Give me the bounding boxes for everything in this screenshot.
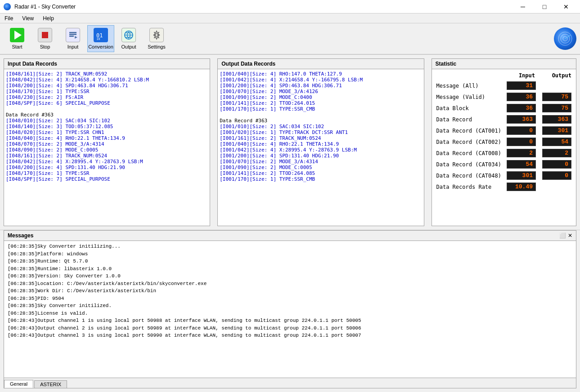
input-data-line [6,106,208,112]
output-data-line [220,112,422,118]
output-label: Output [121,44,136,49]
input-data-line: [I048/161][Size: 2] TRACK_NUM:0592 [6,71,208,77]
output-icon [121,28,136,42]
top-panels: Input Data Records [I048/161][Size: 2] T… [0,55,580,230]
stat-col-input: Input [504,71,540,80]
messages-panel: Messages ⬜ ✕ [06:28:35]Sky Converter ini… [4,230,576,388]
toolbar-input-button[interactable]: Input [59,25,86,52]
settings-icon [149,28,164,42]
output-data-line: [I001/020][Size: 1] TYPE:TRACK DCT:SSR A… [220,129,422,135]
input-label: Input [67,44,78,49]
svg-text:10: 10 [96,37,100,40]
toolbar-conversion-button[interactable]: 0110 Conversion [87,25,114,52]
messages-area: Messages ⬜ ✕ [06:28:35]Sky Converter ini… [0,230,580,392]
tab-general[interactable]: General [4,380,33,388]
input-data-line: [I048/020][Size: 1] TYPE:SSR CHN1 [6,129,208,135]
toolbar-start-button[interactable]: Start [4,25,31,52]
message-line: [06:28:35]Runtime: Qt 5.7.0 [8,258,572,265]
stat-label: Data Record (CAT034) [434,159,504,170]
stat-input-val: 36 [504,102,540,114]
message-line: [06:28:35]Runtime: libasterix 1.0.0 [8,265,572,273]
stat-output-val: 75 [540,91,574,102]
stat-led-output: 75 [542,93,571,101]
stat-led-output: 75 [542,104,571,112]
output-data-records-panel: Output Data Records [I001/040][Size: 4] … [217,58,424,226]
menu-help[interactable]: Help [38,13,58,23]
messages-close-button[interactable]: ✕ [568,232,572,239]
input-data-line: [I048/200][Size: 4] SPD:463.84 HDG:306.7… [6,83,208,89]
stat-output-val: 301 [540,125,574,136]
output-data-line: [I001/170][Size: 1] TYPE:SSR_CMB [220,176,422,182]
output-data-line: [I001/170][Size: 1] TYPE:SSR_CMB [220,106,422,112]
stat-output-val: 0 [540,170,574,181]
stat-label: Data Records Rate [434,181,504,192]
app-logo [554,27,576,50]
stat-row: Message (Valid)3675 [434,91,575,102]
tab-asterix[interactable]: ASTERIX [34,380,67,388]
stop-icon [38,28,52,42]
stat-led-input: 0 [507,126,536,135]
stat-led-output: 0 [542,171,571,180]
stat-led-output: 0 [542,160,571,169]
stat-led-input: 301 [507,171,536,180]
input-data-line: [I048/161][Size: 2] TRACK_NUM:0524 [6,153,208,159]
titlebar: Radar #1 - Sky Converter ─ □ ✕ [0,0,580,13]
stat-output-val: 2 [540,147,574,159]
conversion-label: Conversion [88,44,113,49]
stat-label: Data Record (CAT001) [434,125,504,136]
svg-rect-1 [69,34,76,35]
messages-content[interactable]: [06:28:35]Sky Converter initilizing...[0… [4,241,576,378]
stat-led-input: 36 [507,104,536,112]
message-line: [06:28:35]License is valid. [8,310,572,317]
maximize-button[interactable]: □ [534,0,555,13]
input-data-line: [I048/140][Size: 3] TOD:05:37:12.085 [6,124,208,129]
input-panel-content[interactable]: [I048/161][Size: 2] TRACK_NUM:0592[I048/… [4,69,210,226]
message-line: [06:28:35]PID: 9504 [8,295,572,303]
input-data-line: [I048/230][Size: 2] FS:AIR [6,94,208,100]
stat-panel-content: Input Output Message (All)31Message (Val… [432,69,576,226]
toolbar-output-button[interactable]: Output [115,25,142,52]
stat-output-val: 75 [540,102,574,114]
close-button[interactable]: ✕ [556,0,576,13]
stat-input-val: 36 [504,91,540,102]
messages-title: Messages [8,232,33,239]
stat-input-val: 2 [504,147,540,159]
toolbar-stop-button[interactable]: Stop [31,25,58,52]
minimize-button[interactable]: ─ [513,0,533,13]
message-line: [06:28:35]Sky Converter initilizing... [8,243,572,250]
stat-output-val [540,181,574,192]
toolbar: Start Stop Input 0110 Conversion [0,23,580,55]
stat-row: Data Record (CAT034)540 [434,159,575,170]
stat-label: Data Record (CAT002) [434,136,504,147]
stat-led-input: 2 [507,149,536,157]
input-panel-title: Input Data Records [4,59,210,69]
stat-label: Data Record [434,114,504,125]
output-panel-title: Output Data Records [218,59,423,69]
messages-tabs-bar: General ASTERIX [4,378,576,388]
menubar: File View Help [0,13,580,23]
input-data-line: [I048/090][Size: 2] MODE_C:0005 [6,147,208,153]
stat-led-output: 54 [542,138,571,146]
stat-input-val: 31 [504,80,540,91]
menu-file[interactable]: File [0,13,18,23]
stat-led-output: 363 [542,115,571,124]
input-data-line: [I048/SPF][Size: 6] SPECIAL_PURPOSE [6,100,208,106]
stat-label: Data Record (CAT048) [434,170,504,181]
stat-row: Data Record (CAT048)3010 [434,170,575,181]
input-data-line: [I048/170][Size: 1] TYPE:SSR [6,170,208,176]
play-icon [10,28,24,42]
app-logo-area [554,27,576,50]
output-data-line: [I001/042][Size: 4] X:28995.4 Y:-28763.9… [220,147,422,153]
output-panel-content[interactable]: [I001/040][Size: 4] RHO:147.0 THETA:127.… [218,69,423,226]
stat-label: Message (Valid) [434,91,504,102]
message-line: [06:28:43]Output channel 3 is using loca… [8,332,572,339]
menu-view[interactable]: View [18,13,38,23]
stat-input-val: 363 [504,114,540,125]
output-data-line: [I001/090][Size: 2] MODE_C:0005 [220,165,422,170]
output-data-line: [I001/042][Size: 4] X:214658.4 Y:-166795… [220,77,422,83]
stat-table: Input Output Message (All)31Message (Val… [434,71,575,192]
toolbar-settings-button[interactable]: Settings [143,25,170,52]
start-label: Start [12,44,22,49]
conversion-icon: 0110 [94,28,108,42]
messages-expand-button[interactable]: ⬜ [559,232,566,239]
